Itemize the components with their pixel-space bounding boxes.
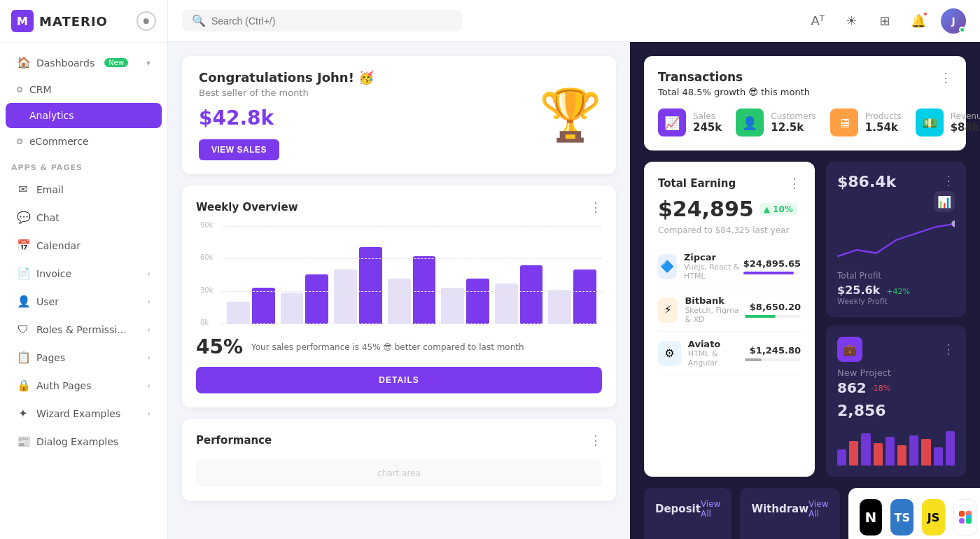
dot-icon xyxy=(17,139,22,144)
theme-icon[interactable]: ☀ xyxy=(840,10,862,32)
weekly-more-button[interactable]: ⋮ xyxy=(589,200,602,215)
sidebar-item-pages[interactable]: 📋 Pages › xyxy=(6,344,162,371)
transactions-more-button[interactable]: ⋮ xyxy=(939,70,952,85)
bar-main xyxy=(252,288,275,324)
earning-more-button[interactable]: ⋮ xyxy=(788,176,801,191)
sidebar-item-label: Pages xyxy=(36,352,65,363)
sidebar-item-label: Dialog Examples xyxy=(36,436,118,447)
bitbank-name: Bitbank xyxy=(685,295,745,306)
wizard-icon: ✦ xyxy=(17,407,29,420)
bitbank-sub: Sketch, Figma & XD xyxy=(685,306,745,324)
transactions-title: Transactions xyxy=(658,70,810,84)
dark-bar xyxy=(909,435,918,466)
congrats-card: Congratulations John! 🥳 Best seller of t… xyxy=(182,56,616,174)
deposit-view-all[interactable]: View All xyxy=(701,499,720,519)
stat-products: 🖥 Products 1.54k xyxy=(830,108,902,136)
bar-main xyxy=(413,256,436,325)
translate-icon[interactable]: Aᵀ xyxy=(806,10,829,32)
grid-icon[interactable]: ⊞ xyxy=(874,10,896,32)
details-button[interactable]: DETAILS xyxy=(196,367,602,393)
tech-logo-figma xyxy=(953,499,977,536)
chevron-right-icon: › xyxy=(147,297,150,307)
sidebar-nav: 🏠 Dashboards New ▾ CRM Analytics eCommer… xyxy=(0,43,167,539)
dot-icon xyxy=(17,87,22,92)
stat-products-value: 1.54k xyxy=(865,121,902,134)
withdraw-title: Withdraw xyxy=(751,503,808,515)
bar-group xyxy=(548,270,596,324)
online-status-dot xyxy=(959,27,965,33)
sidebar-item-calendar[interactable]: 📅 Calendar xyxy=(6,232,162,259)
chart-percent: 45% xyxy=(196,335,243,358)
performance-more-button[interactable]: ⋮ xyxy=(589,433,602,448)
bottom-row: Deposit View All Withdraw View All N TS … xyxy=(644,488,966,539)
tech-logo-js: JS xyxy=(922,499,945,536)
topbar-icons: Aᵀ ☀ ⊞ 🔔 J xyxy=(806,8,966,34)
invoice-icon: 📄 xyxy=(17,267,29,280)
chevron-right-icon: › xyxy=(147,269,150,279)
notification-button[interactable]: 🔔 xyxy=(907,10,930,32)
performance-title: Performance xyxy=(196,434,272,447)
svg-rect-1 xyxy=(959,511,965,517)
sidebar-item-label: Email xyxy=(36,184,64,195)
earning-item-bitbank: ⚡ Bitbank Sketch, Figma & XD $8,650.20 xyxy=(658,288,801,332)
sidebar-item-email[interactable]: ✉ Email xyxy=(6,176,162,203)
shield-icon: 🛡 xyxy=(17,323,29,336)
zipcar-icon: 🔷 xyxy=(658,254,677,279)
withdraw-view-all[interactable]: View All xyxy=(808,499,828,519)
notification-dot xyxy=(923,11,928,17)
sidebar-item-dialog[interactable]: 📰 Dialog Examples xyxy=(6,428,162,455)
user-icon: 👤 xyxy=(17,295,29,308)
email-icon: ✉ xyxy=(17,183,29,196)
zipcar-name: Zipcar xyxy=(684,252,743,262)
svg-rect-5 xyxy=(966,518,972,524)
deposit-title: Deposit xyxy=(655,503,701,515)
avatar[interactable]: J xyxy=(941,8,966,34)
new-project-icon: 💼 xyxy=(837,337,862,362)
sidebar-item-label: User xyxy=(36,296,59,307)
sidebar-item-invoice[interactable]: 📄 Invoice › xyxy=(6,260,162,287)
bar-alt xyxy=(281,293,304,325)
bar-group xyxy=(281,274,329,325)
dark-bar xyxy=(897,445,906,465)
total-earning-card: Total Earning ⋮ $24,895 ▲ 10% Compared t… xyxy=(644,162,815,477)
aviato-name: Aviato xyxy=(688,339,745,349)
chevron-right-icon: › xyxy=(147,381,150,391)
sidebar-item-chat[interactable]: 💬 Chat xyxy=(6,204,162,231)
sidebar-item-dashboards[interactable]: 🏠 Dashboards New ▾ xyxy=(6,49,162,76)
record-icon[interactable]: ⏺ xyxy=(136,11,156,31)
sidebar-item-roles[interactable]: 🛡 Roles & Permissi... › xyxy=(6,316,162,343)
bitbank-progress xyxy=(745,315,801,318)
profit-more-button[interactable]: ⋮ xyxy=(942,173,955,188)
earning-item-zipcar: 🔷 Zipcar Vuejs, React & HTML $24,895.65 xyxy=(658,245,801,288)
chevron-right-icon: › xyxy=(147,353,150,363)
search-input[interactable] xyxy=(211,15,452,27)
bar-group xyxy=(388,256,436,325)
tech-logo-ts: TS xyxy=(890,499,913,536)
sidebar-item-analytics[interactable]: Analytics xyxy=(6,103,162,128)
sidebar-item-wizard[interactable]: ✦ Wizard Examples › xyxy=(6,400,162,427)
sidebar-item-label: Calendar xyxy=(36,240,80,251)
search-bar[interactable]: 🔍 xyxy=(182,10,462,31)
view-sales-button[interactable]: VIEW SALES xyxy=(199,139,279,160)
pages-icon: 📋 xyxy=(17,351,29,364)
bar-group xyxy=(334,247,382,325)
large-value: 2,856 xyxy=(837,402,955,419)
bar-alt xyxy=(388,279,411,324)
right-panel: Transactions Total 48.5% growth 😎 this m… xyxy=(630,42,980,539)
new-project-growth: -18% xyxy=(871,384,890,393)
bar-main xyxy=(520,265,543,325)
bar-group xyxy=(495,265,543,325)
sidebar-item-crm[interactable]: CRM xyxy=(6,77,162,102)
dark-bar xyxy=(849,441,858,465)
zipcar-sub: Vuejs, React & HTML xyxy=(684,262,743,281)
svg-point-0 xyxy=(951,220,955,227)
dashboard: Congratulations John! 🥳 Best seller of t… xyxy=(168,42,980,539)
search-icon: 🔍 xyxy=(192,14,206,27)
transactions-subtitle: Total 48.5% growth 😎 this month xyxy=(658,87,810,97)
sidebar-item-ecommerce[interactable]: eCommerce xyxy=(6,129,162,154)
dot-icon xyxy=(17,113,22,118)
total-earning-title: Total Earning xyxy=(658,177,736,190)
new-project-more-button[interactable]: ⋮ xyxy=(942,342,955,357)
sidebar-item-user[interactable]: 👤 User › xyxy=(6,288,162,315)
sidebar-item-auth[interactable]: 🔒 Auth Pages › xyxy=(6,372,162,399)
